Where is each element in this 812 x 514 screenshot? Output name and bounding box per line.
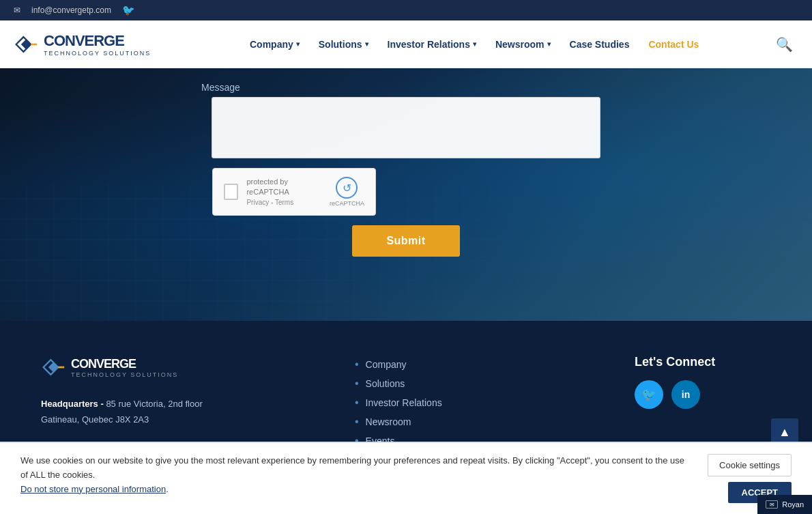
company-caret: ▾ xyxy=(296,40,300,48)
list-item: Newsroom xyxy=(355,412,594,431)
cookie-message: We use cookies on our website to give yo… xyxy=(20,455,684,480)
footer-nav-company[interactable]: Company xyxy=(366,359,407,370)
logo[interactable]: CONVERGE TECHNOLOGY SOLUTIONS xyxy=(14,32,151,57)
linkedin-social-icon[interactable]: in xyxy=(671,380,700,409)
submit-button[interactable]: Submit xyxy=(352,225,459,257)
nav-company[interactable]: Company ▾ xyxy=(242,33,308,55)
royan-email-icon: ✉ xyxy=(766,500,778,509)
message-label: Message xyxy=(201,82,611,93)
footer-nav-newsroom[interactable]: Newsroom xyxy=(366,416,411,427)
list-item: Solutions xyxy=(355,374,594,393)
hq-city: Gatineau, Quebec J8X 2A3 xyxy=(41,412,314,427)
hero-section: Message protected by reCAPTCHA Privacy -… xyxy=(0,68,812,321)
solutions-caret: ▾ xyxy=(365,40,368,48)
recaptcha-links: reCAPTCHA xyxy=(330,200,364,207)
ir-caret: ▾ xyxy=(473,40,476,48)
logo-text: CONVERGE xyxy=(44,32,124,49)
footer-nav-solutions[interactable]: Solutions xyxy=(366,378,405,389)
footer-logo-sub: TECHNOLOGY SOLUTIONS xyxy=(71,371,178,378)
email-icon: ✉ xyxy=(14,5,20,15)
top-bar: ✉ info@convergetp.com 🐦 xyxy=(0,0,812,20)
recaptcha-text: protected by reCAPTCHA Privacy - Terms xyxy=(246,177,321,207)
logo-area: CONVERGE TECHNOLOGY SOLUTIONS xyxy=(14,32,151,57)
hq-label: Headquarters - xyxy=(41,399,104,409)
footer-logo-text: CONVERGE xyxy=(71,357,136,371)
search-icon[interactable]: 🔍 xyxy=(770,31,798,58)
logo-sub: TECHNOLOGY SOLUTIONS xyxy=(44,50,151,57)
cookie-text: We use cookies on our website to give yo… xyxy=(20,454,694,496)
connect-heading: Let's Connect xyxy=(635,355,771,369)
recaptcha-logo: ↺ reCAPTCHA xyxy=(330,177,364,207)
recaptcha-widget: protected by reCAPTCHA Privacy - Terms ↺… xyxy=(212,168,376,216)
email-link[interactable]: info@convergetp.com xyxy=(31,5,111,15)
footer-nav-investor-relations[interactable]: Investor Relations xyxy=(366,397,442,408)
nav-contact-us[interactable]: Contact Us xyxy=(640,33,707,55)
list-item: Investor Relations xyxy=(355,393,594,412)
nav-links: Company ▾ Solutions ▾ Investor Relations… xyxy=(178,33,770,55)
svg-marker-4 xyxy=(48,362,58,372)
recaptcha-icon: ↺ xyxy=(336,177,358,199)
royan-badge: ✉ Royan xyxy=(757,495,812,514)
hq-address: 85 rue Victoria, 2nd floor xyxy=(106,399,202,409)
social-icons: 🐦 in xyxy=(635,380,771,409)
cookie-banner: We use cookies on our website to give yo… xyxy=(0,442,812,514)
footer-logo[interactable]: CONVERGE TECHNOLOGY SOLUTIONS xyxy=(41,355,314,380)
nav-solutions[interactable]: Solutions ▾ xyxy=(310,33,377,55)
newsroom-caret: ▾ xyxy=(547,40,551,48)
svg-marker-1 xyxy=(21,39,31,48)
nav-newsroom[interactable]: Newsroom ▾ xyxy=(487,33,559,55)
logo-icon xyxy=(14,32,38,57)
nav-investor-relations[interactable]: Investor Relations ▾ xyxy=(379,33,484,55)
royan-label: Royan xyxy=(782,500,804,509)
twitter-social-icon[interactable]: 🐦 xyxy=(635,380,663,409)
cookie-link-suffix: . xyxy=(166,484,169,494)
footer-logo-icon xyxy=(41,355,66,380)
list-item: Company xyxy=(355,355,594,374)
twitter-link[interactable]: 🐦 xyxy=(122,4,135,16)
do-not-store-link[interactable]: Do not store my personal information xyxy=(20,484,166,494)
recaptcha-checkbox[interactable] xyxy=(224,184,238,200)
cookie-settings-button[interactable]: Cookie settings xyxy=(708,454,792,476)
nav-case-studies[interactable]: Case Studies xyxy=(562,33,638,55)
contact-form: Message protected by reCAPTCHA Privacy -… xyxy=(201,82,611,257)
message-input[interactable] xyxy=(212,97,600,158)
navbar: CONVERGE TECHNOLOGY SOLUTIONS Company ▾ … xyxy=(0,20,812,68)
